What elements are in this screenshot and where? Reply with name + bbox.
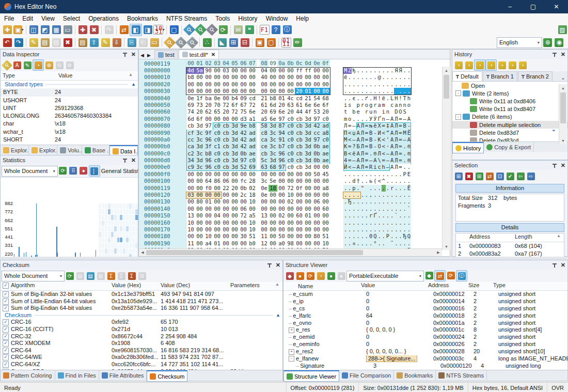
- expander-icon[interactable]: -: [289, 356, 294, 362]
- hex-byte-cell[interactable]: 10: [286, 192, 295, 198]
- hex-byte-cell[interactable]: 63: [286, 102, 295, 108]
- hex-byte-cell[interactable]: 3d: [304, 150, 312, 157]
- algorithm-checkbox[interactable]: ✓: [3, 362, 9, 368]
- ascii-char-cell[interactable]: =: [365, 164, 369, 170]
- ascii-char-cell[interactable]: P: [386, 233, 390, 240]
- ascii-char-cell[interactable]: .: [377, 192, 382, 198]
- hex-byte-cell[interactable]: 00: [260, 171, 269, 178]
- ascii-char-cell[interactable]: Л: [394, 116, 398, 122]
- edit-icon[interactable]: ✎: [28, 37, 39, 48]
- hex-byte-cell[interactable]: c0: [321, 136, 330, 143]
- selection-fragment-row[interactable]: 10x000000830x68 (104): [456, 242, 564, 250]
- ascii-char-cell[interactable]: .: [403, 198, 407, 205]
- navigate-field-icon[interactable]: ⇄: [434, 270, 446, 281]
- hex-byte-cell[interactable]: 9f: [204, 130, 213, 136]
- ascii-char-cell[interactable]: s: [348, 102, 352, 108]
- ascii-char-cell[interactable]: ё: [382, 95, 386, 102]
- ascii-char-cell[interactable]: —: [369, 157, 373, 164]
- scroll-right-icon[interactable]: ▶: [435, 250, 442, 255]
- hex-vertical-scrollbar[interactable]: ▲ ▼: [442, 67, 450, 250]
- hex-byte-cell[interactable]: 00: [269, 88, 277, 95]
- panel-tab-bookmarks[interactable]: Bookmarks: [394, 370, 436, 380]
- column-header[interactable]: Parameters: [230, 282, 275, 290]
- close-icon[interactable]: ✕: [131, 157, 136, 164]
- hex-byte-cell[interactable]: 00: [312, 74, 321, 81]
- ascii-char-cell[interactable]: А: [356, 136, 360, 143]
- structure-field-row[interactable]: –e_ovno00x0000001a2unsigned short: [283, 320, 567, 327]
- ascii-char-cell[interactable]: А: [356, 150, 360, 157]
- hex-byte-cell[interactable]: 3d: [304, 116, 312, 122]
- hex-byte-cell[interactable]: 3d: [269, 157, 277, 164]
- hex-byte-cell[interactable]: 00: [312, 67, 321, 74]
- ascii-char-cell[interactable]: .: [403, 67, 407, 74]
- ascii-char-cell[interactable]: .: [360, 81, 365, 88]
- find-next-icon[interactable]: ⚲: [186, 37, 198, 48]
- ascii-char-cell[interactable]: .: [398, 233, 402, 240]
- hex-byte-cell[interactable]: 00: [213, 226, 222, 233]
- ascii-char-cell[interactable]: .: [386, 219, 390, 226]
- algorithm-checkbox[interactable]: ✓: [3, 354, 9, 360]
- ascii-char-cell[interactable]: .: [382, 67, 386, 74]
- clear-selection-icon[interactable]: ✖: [464, 171, 474, 181]
- hex-byte-cell[interactable]: 00: [195, 88, 204, 95]
- hex-byte-cell[interactable]: 3c: [260, 178, 269, 184]
- algorithm-checkbox[interactable]: ✓: [3, 340, 9, 347]
- ascii-char-cell[interactable]: .: [386, 81, 390, 88]
- ascii-char-cell[interactable]: .: [356, 219, 360, 226]
- pattern-icon[interactable]: ↷: [103, 24, 115, 36]
- hex-byte-cell[interactable]: 00: [295, 219, 304, 226]
- hex-byte-cell[interactable]: 6e: [277, 108, 286, 115]
- ascii-char-cell[interactable]: .: [348, 81, 352, 88]
- inspector-row[interactable]: INT259129368: [1, 144, 138, 145]
- algorithm-settings-icon[interactable]: ⊞: [137, 271, 147, 281]
- ascii-char-cell[interactable]: К: [377, 136, 382, 143]
- scrollbar-thumb[interactable]: [146, 250, 363, 255]
- ascii-char-cell[interactable]: X: [377, 122, 382, 129]
- hex-byte-cell[interactable]: 00: [239, 240, 248, 247]
- ascii-char-cell[interactable]: .: [356, 206, 360, 212]
- ascii-char-cell[interactable]: B: [369, 136, 373, 143]
- scroll-up-icon[interactable]: ▲: [559, 84, 567, 91]
- hex-byte-cell[interactable]: 0b: [312, 150, 321, 157]
- hex-byte-cell[interactable]: 00: [222, 233, 230, 240]
- hex-byte-cell[interactable]: 94: [277, 130, 286, 136]
- ascii-char-cell[interactable]: .: [356, 192, 360, 198]
- hex-byte-cell[interactable]: 00: [321, 74, 330, 81]
- history-item[interactable]: -Write (2 items): [452, 89, 567, 97]
- ascii-char-cell[interactable]: ': [386, 136, 390, 143]
- ascii-char-cell[interactable]: P: [403, 171, 407, 178]
- ascii-char-cell[interactable]: <: [382, 143, 386, 150]
- ascii-char-cell[interactable]: –: [352, 157, 356, 164]
- hex-byte-cell[interactable]: cc: [312, 130, 321, 136]
- ascii-char-cell[interactable]: .: [386, 178, 390, 184]
- ascii-char-cell[interactable]: Н: [394, 95, 398, 102]
- panel-tab-base[interactable]: Base ...: [82, 145, 109, 155]
- expander-icon[interactable]: +: [289, 349, 294, 355]
- ascii-char-cell[interactable]: [352, 102, 356, 108]
- hex-byte-cell[interactable]: 97: [312, 116, 321, 122]
- hex-byte-cell[interactable]: 02: [248, 185, 257, 192]
- hex-byte-cell[interactable]: ff: [304, 67, 312, 74]
- hex-byte-cell[interactable]: 3d: [230, 136, 239, 143]
- find-regexp-icon[interactable]: ⚲: [206, 24, 217, 36]
- ascii-char-cell[interactable]: r: [369, 212, 373, 219]
- ascii-char-cell[interactable]: М: [403, 130, 407, 136]
- ascii-char-cell[interactable]: .: [390, 233, 394, 240]
- panel-tab-fileattributes[interactable]: File Attributes: [99, 370, 147, 380]
- hex-byte-cell[interactable]: 3c: [195, 164, 204, 170]
- ascii-char-cell[interactable]: .: [373, 171, 377, 178]
- hex-byte-cell[interactable]: 20: [321, 108, 330, 115]
- ascii-char-cell[interactable]: R: [369, 164, 373, 170]
- hex-byte-cell[interactable]: 5a: [195, 67, 204, 74]
- hex-byte-cell[interactable]: 2c: [239, 192, 248, 198]
- ascii-char-cell[interactable]: Б: [356, 143, 360, 150]
- ascii-char-cell[interactable]: i: [343, 102, 348, 108]
- ascii-char-cell[interactable]: .: [343, 226, 348, 233]
- ascii-char-cell[interactable]: р: [352, 185, 356, 192]
- hex-byte-cell[interactable]: ba: [204, 95, 213, 102]
- hex-byte-cell[interactable]: 3d: [195, 157, 204, 164]
- hex-byte-cell[interactable]: 20: [260, 108, 269, 115]
- ascii-char-cell[interactable]: ˜: [390, 240, 394, 247]
- hex-byte-cell[interactable]: 00: [312, 178, 321, 184]
- ascii-char-cell[interactable]: Л: [394, 130, 398, 136]
